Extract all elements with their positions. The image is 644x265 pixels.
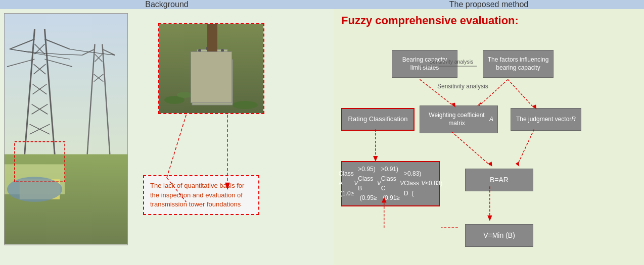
right-panel: Fuzzy comprehensive evaluation: Bearing … xyxy=(334,9,644,265)
foundation-image xyxy=(158,23,264,114)
problem-box: The lack of quantitative basis for the i… xyxy=(143,175,259,215)
foundation-photo xyxy=(159,24,263,113)
svg-rect-41 xyxy=(207,24,217,52)
header-proposed: The proposed method xyxy=(334,0,644,9)
header-background: Background xyxy=(0,0,334,9)
svg-point-34 xyxy=(198,49,201,52)
problem-text: The lack of quantitative basis for the i… xyxy=(150,182,244,207)
class-list-box: Class A (1.0≥V>0.95) Class B (0.95≥V>0.9… xyxy=(341,161,440,206)
svg-line-42 xyxy=(167,115,186,178)
weighting-box: Weighting coefficient matrixA xyxy=(420,105,498,133)
bearing-states-box: Bearing capacitylimit states xyxy=(392,50,457,78)
sensitivity-text: Sensitivity analysis xyxy=(437,83,488,90)
b-eq-ar-box: B=AR xyxy=(465,169,533,191)
header-row: Background The proposed method xyxy=(0,0,644,9)
left-panel: The lack of quantitative basis for the i… xyxy=(0,9,334,265)
v-min-b-box: V=Min (B) xyxy=(465,224,533,247)
svg-point-39 xyxy=(233,101,258,109)
svg-line-54 xyxy=(518,129,534,165)
svg-marker-55 xyxy=(516,162,520,166)
tower-image xyxy=(4,13,128,245)
fuzzy-title: Fuzzy comprehensive evaluation: xyxy=(341,14,636,27)
svg-rect-32 xyxy=(192,60,233,105)
svg-point-4 xyxy=(7,177,62,202)
svg-marker-53 xyxy=(488,162,492,166)
main-content: The lack of quantitative basis for the i… xyxy=(0,9,644,265)
svg-line-52 xyxy=(452,132,490,165)
header-left-label: Background xyxy=(145,0,188,9)
factors-box: The factors influencingbearing capacity xyxy=(483,50,554,78)
judgment-box: The judgment vector R xyxy=(511,108,581,131)
flow-container: Bearing capacitylimit states The factors… xyxy=(341,35,636,262)
right-of-image-area: The lack of quantitative basis for the i… xyxy=(128,13,330,245)
svg-marker-57 xyxy=(487,216,492,221)
svg-point-37 xyxy=(221,49,224,52)
svg-rect-33 xyxy=(197,49,227,65)
rating-box: Rating Classification xyxy=(341,108,415,131)
header-right-label: The proposed method xyxy=(449,0,529,9)
svg-line-50 xyxy=(508,79,534,108)
svg-point-40 xyxy=(177,92,192,98)
